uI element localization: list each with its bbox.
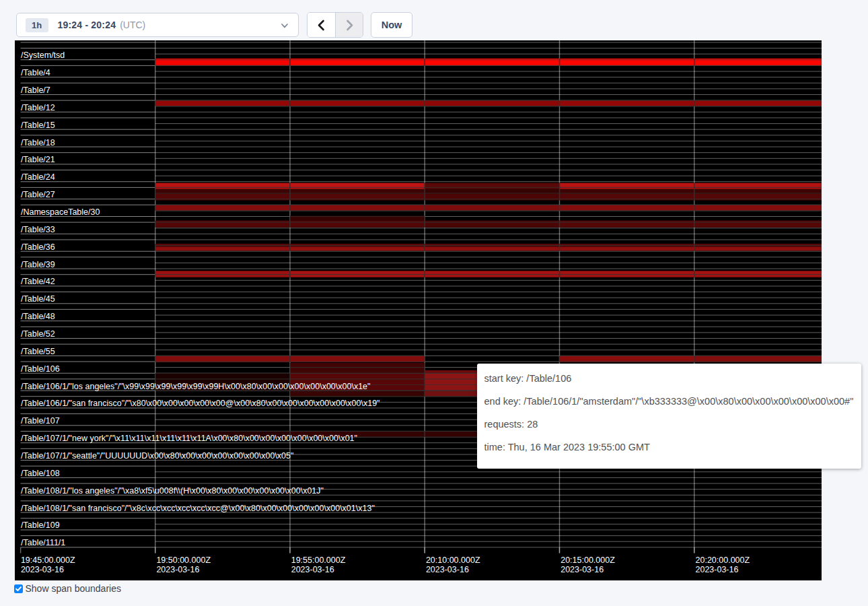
heat-band — [155, 220, 290, 227]
heat-band — [694, 246, 822, 250]
heat-band — [560, 356, 694, 362]
heatmap-background — [15, 40, 822, 581]
row-label: /Table/42 — [21, 277, 55, 286]
row-label: /Table/52 — [21, 329, 55, 339]
heat-band — [560, 271, 694, 277]
heat-band — [560, 246, 694, 250]
timezone-label: (UTC) — [120, 20, 145, 30]
row-label: /Table/7 — [21, 85, 50, 94]
hover-tooltip: start key: /Table/106 end key: /Table/10… — [477, 364, 861, 469]
row-label: /Table/108/1/"san francisco"/"\x8c\xcc\x… — [21, 503, 375, 512]
chevron-left-icon — [316, 20, 326, 31]
heat-band — [155, 246, 290, 250]
tooltip-end-key: end key: /Table/106/1/"amsterdam"/"\xb33… — [484, 391, 858, 413]
x-axis-date-label: 2023-03-16 — [156, 565, 199, 574]
row-label: /NamespaceTable/30 — [21, 207, 100, 217]
heatmap-canvas[interactable]: /System/tsd/Table/4/Table/7/Table/12/Tab… — [15, 40, 822, 581]
checkmark-icon — [15, 585, 22, 593]
heat-band — [425, 182, 559, 189]
row-label: /Table/108 — [21, 468, 60, 477]
row-label: /Table/15 — [21, 120, 55, 129]
row-label: /Table/12 — [21, 102, 55, 112]
tooltip-time: time: Thu, 16 Mar 2023 19:55:00 GMT — [484, 436, 858, 459]
heat-band — [290, 246, 425, 250]
heat-band — [425, 246, 559, 250]
heat-band — [694, 356, 822, 362]
heat-band — [290, 363, 425, 373]
heat-band — [694, 205, 822, 211]
row-label: /Table/106/1/"san francisco"/"\x80\x00\x… — [21, 399, 380, 408]
heat-band — [560, 182, 694, 189]
x-axis-date-label: 2023-03-16 — [21, 565, 64, 574]
heat-band — [425, 271, 559, 277]
row-label: /Table/27 — [21, 190, 55, 199]
tooltip-requests: requests: 28 — [484, 413, 858, 436]
heat-band — [290, 356, 425, 362]
heat-band — [694, 100, 822, 106]
chevron-down-icon — [280, 21, 289, 30]
row-label: /Table/18 — [21, 137, 55, 147]
heat-band — [560, 205, 694, 211]
x-axis-time-label: 19:50:00.000Z — [156, 555, 211, 564]
row-label: /Table/111/1 — [21, 538, 65, 547]
x-axis-date-label: 2023-03-16 — [291, 565, 334, 574]
tooltip-start-key: start key: /Table/106 — [484, 368, 858, 391]
heat-band — [290, 220, 425, 227]
heat-band — [155, 100, 290, 106]
x-axis-time-label: 19:45:00.000Z — [21, 555, 75, 564]
x-axis-time-label: 19:55:00.000Z — [291, 555, 346, 564]
row-label: /System/tsd — [21, 50, 65, 60]
x-axis-date-label: 2023-03-16 — [426, 565, 469, 574]
heat-band — [694, 220, 822, 227]
heat-band — [290, 100, 425, 106]
next-time-button[interactable] — [335, 13, 363, 37]
heat-band — [155, 356, 290, 362]
row-label: /Table/48 — [21, 312, 55, 321]
row-label: /Table/106/1/"los angeles"/"\x99\x99\x99… — [21, 381, 370, 391]
heat-band — [425, 205, 559, 211]
heat-band — [155, 271, 290, 277]
row-label: /Table/21 — [21, 155, 55, 164]
row-label: /Table/107/1/"seattle"/"UUUUUUD\x00\x80\… — [21, 451, 293, 461]
heat-band — [560, 100, 694, 106]
now-button[interactable]: Now — [371, 12, 412, 38]
time-range-selector[interactable]: 1h 19:24 - 20:24 (UTC) — [16, 13, 299, 37]
heat-band — [694, 271, 822, 277]
heat-band — [694, 182, 822, 189]
heat-band — [425, 100, 559, 106]
x-axis-time-label: 20:15:00.000Z — [560, 555, 615, 564]
x-axis-time-label: 20:20:00.000Z — [696, 555, 750, 564]
key-visualizer-page: 1h 19:24 - 20:24 (UTC) Now /System/tsd/T… — [0, 0, 868, 606]
heat-band — [290, 205, 425, 211]
row-label: /Table/33 — [21, 224, 55, 234]
row-label: /Table/108/1/"los angeles"/"\xa8\xf5\u00… — [21, 485, 324, 495]
heat-band — [560, 220, 694, 227]
time-range-text: 19:24 - 20:24 — [58, 20, 116, 30]
row-label: /Table/107 — [21, 416, 60, 426]
heat-band — [155, 182, 290, 189]
x-axis-time-label: 20:10:00.000Z — [426, 555, 480, 564]
row-label: /Table/39 — [21, 259, 55, 269]
heat-band — [290, 182, 425, 189]
chevron-right-icon — [345, 20, 355, 31]
prev-time-button[interactable] — [308, 13, 335, 37]
row-label: /Table/36 — [21, 242, 55, 251]
show-span-boundaries-row: Show span boundaries — [14, 583, 121, 594]
time-pager — [307, 12, 363, 38]
row-label: /Table/45 — [21, 294, 55, 304]
heat-band — [425, 220, 559, 227]
row-label: /Table/109 — [21, 520, 60, 530]
row-label: /Table/55 — [21, 346, 55, 356]
show-span-boundaries-label: Show span boundaries — [26, 583, 121, 594]
show-span-boundaries-checkbox[interactable] — [14, 584, 23, 593]
row-label: /Table/107/1/"new york"/"\x11\x11\x11\x1… — [21, 434, 357, 443]
time-preset-badge: 1h — [26, 18, 48, 32]
heat-band — [155, 205, 290, 211]
x-axis-date-label: 2023-03-16 — [560, 565, 604, 574]
x-axis-date-label: 2023-03-16 — [696, 565, 739, 574]
row-label: /Table/106 — [21, 364, 60, 373]
row-label: /Table/4 — [21, 68, 50, 77]
heat-band — [290, 271, 425, 277]
row-label: /Table/24 — [21, 172, 55, 182]
heat-band — [290, 391, 425, 397]
